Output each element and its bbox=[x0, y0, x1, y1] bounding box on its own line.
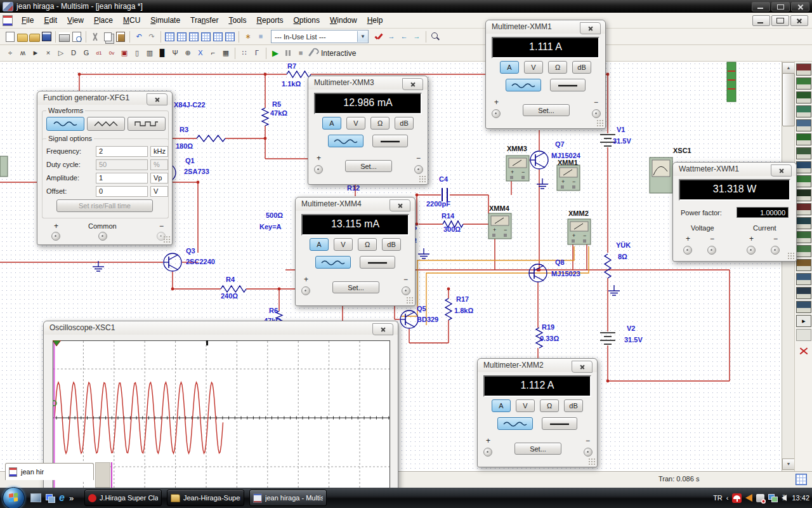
volume-icon[interactable] bbox=[782, 495, 787, 501]
set-button[interactable]: Set... bbox=[523, 104, 570, 116]
multimeter-window-xmm4[interactable]: Multimeter-XMM413.115 mAAVΩdB+−Set... bbox=[295, 197, 416, 306]
mode-a-button[interactable]: A bbox=[310, 238, 329, 251]
multimeter-window-xmm1[interactable]: Multimeter-XMM11.111 AAVΩdB+−Set... bbox=[485, 20, 606, 129]
place-connector-icon[interactable]: ⌐ bbox=[207, 48, 219, 58]
minus-terminal[interactable] bbox=[584, 448, 593, 457]
quicklaunch-overflow[interactable]: » bbox=[69, 493, 74, 503]
frequency-counter-icon[interactable] bbox=[796, 147, 811, 159]
plus-terminal[interactable] bbox=[483, 448, 492, 457]
place-basic-icon[interactable]: ʍ bbox=[17, 48, 29, 58]
transfer-back-icon[interactable]: ← bbox=[398, 31, 410, 42]
close-icon[interactable] bbox=[580, 22, 601, 34]
spreadsheet-icon[interactable] bbox=[796, 474, 807, 485]
multimeter-icon[interactable] bbox=[796, 64, 811, 76]
minus-terminal[interactable] bbox=[402, 286, 410, 295]
set-button[interactable]: Set... bbox=[345, 160, 392, 172]
ac-mode-button[interactable] bbox=[315, 256, 351, 269]
mode-db-button[interactable]: dB bbox=[395, 117, 414, 130]
place-ni-icon[interactable]: X bbox=[195, 48, 206, 58]
transfer-forward-icon[interactable]: → bbox=[386, 31, 397, 42]
taskbar-button-2[interactable]: Jean-Hiraga-Super-... bbox=[167, 490, 244, 506]
cut-icon[interactable] bbox=[89, 31, 101, 42]
print-icon[interactable] bbox=[59, 34, 70, 42]
common-terminal[interactable] bbox=[98, 232, 107, 241]
print-preview-icon[interactable] bbox=[72, 32, 81, 42]
graph-view-icon[interactable] bbox=[201, 32, 211, 41]
close-icon[interactable] bbox=[572, 361, 593, 373]
field-unit[interactable]: Vp bbox=[150, 173, 168, 184]
place-rf-icon[interactable]: Ψ bbox=[169, 48, 181, 58]
function-generator-window[interactable]: Function generator-XFG1 Waveforms Signal… bbox=[37, 91, 173, 245]
place-cmos-icon[interactable]: G bbox=[81, 48, 92, 58]
bode-plotter-icon[interactable] bbox=[796, 133, 811, 145]
menu-window[interactable]: Window bbox=[325, 14, 362, 27]
start-button[interactable] bbox=[3, 487, 25, 508]
sine-wave-button[interactable] bbox=[46, 117, 84, 131]
find-icon[interactable] bbox=[429, 31, 441, 42]
restore-button[interactable] bbox=[771, 2, 790, 11]
dc-mode-button[interactable] bbox=[542, 417, 577, 430]
function-generator-icon[interactable] bbox=[796, 77, 811, 90]
current-minus-terminal[interactable] bbox=[771, 246, 780, 255]
mode-db-button[interactable]: dB bbox=[382, 238, 401, 251]
ac-mode-button[interactable] bbox=[497, 417, 533, 430]
network-analyzer-icon[interactable] bbox=[796, 245, 811, 257]
field-value[interactable]: 2 bbox=[96, 146, 148, 157]
place-ttl-icon[interactable]: D bbox=[68, 48, 79, 58]
place-diode-icon[interactable]: ► bbox=[30, 48, 41, 58]
power-plug-icon[interactable] bbox=[756, 494, 764, 502]
pause-icon[interactable] bbox=[282, 48, 294, 58]
agilent-oscilloscope-icon[interactable] bbox=[796, 287, 811, 299]
field-unit[interactable]: kHz bbox=[150, 146, 168, 157]
place-misc-digital-icon[interactable]: d1 bbox=[93, 48, 105, 58]
internet-explorer-icon[interactable]: e bbox=[59, 492, 65, 504]
place-electromechanical-icon[interactable]: ⊕ bbox=[182, 48, 193, 58]
plus-terminal[interactable] bbox=[301, 286, 310, 295]
menu-view[interactable]: View bbox=[62, 14, 89, 27]
taskbar-button-1[interactable]: J.Hiraga Super Class... bbox=[84, 490, 162, 506]
copy-icon[interactable] bbox=[104, 32, 112, 41]
run-icon[interactable]: ▶ bbox=[270, 48, 281, 58]
resize-grip[interactable] bbox=[406, 297, 414, 304]
field-unit[interactable]: % bbox=[150, 159, 168, 170]
network-icon[interactable] bbox=[768, 494, 778, 502]
place-transistor-icon[interactable]: × bbox=[43, 48, 54, 58]
place-source-icon[interactable]: ÷ bbox=[4, 48, 16, 58]
minus-terminal[interactable] bbox=[592, 109, 601, 118]
resize-grip[interactable] bbox=[163, 236, 171, 243]
tray-chevron[interactable]: ‹ bbox=[726, 494, 729, 502]
mdi-minimize-button[interactable] bbox=[752, 15, 770, 26]
scroll-up-icon[interactable]: ▲ bbox=[782, 62, 795, 74]
transfer-forward2-icon[interactable]: → bbox=[411, 31, 422, 42]
plus-terminal[interactable] bbox=[492, 109, 501, 118]
place-bus-icon[interactable]: Γ bbox=[251, 48, 263, 58]
agilent-multimeter-icon[interactable] bbox=[796, 273, 811, 285]
hierarchy-block-icon[interactable]: ∷ bbox=[239, 48, 250, 58]
chevron-down-icon[interactable]: ▼ bbox=[357, 31, 368, 42]
triangle-wave-button[interactable] bbox=[87, 117, 125, 131]
close-icon[interactable] bbox=[771, 164, 792, 177]
place-misc-icon[interactable]: ▥ bbox=[144, 48, 155, 58]
dc-mode-button[interactable] bbox=[360, 256, 395, 269]
tab-scroll-channel[interactable] bbox=[95, 462, 110, 488]
voltage-minus-terminal[interactable] bbox=[707, 246, 716, 255]
mode-db-button[interactable]: dB bbox=[564, 399, 583, 412]
menu-place[interactable]: Place bbox=[89, 14, 118, 27]
mode-ω-button[interactable]: Ω bbox=[370, 117, 390, 130]
sound-horn-icon[interactable] bbox=[745, 494, 752, 502]
database-manager-icon[interactable] bbox=[189, 32, 199, 41]
spectrum-analyzer-icon[interactable] bbox=[796, 231, 811, 243]
menu-transfer[interactable]: Transfer bbox=[185, 14, 223, 27]
place-indicator-icon[interactable]: ▣ bbox=[119, 48, 130, 58]
word-generator-icon[interactable] bbox=[796, 161, 811, 173]
resize-grip[interactable] bbox=[596, 119, 604, 127]
distortion-analyzer-icon[interactable] bbox=[796, 217, 811, 229]
place-mcu-icon[interactable]: ▦ bbox=[220, 48, 232, 58]
mdi-restore-button[interactable] bbox=[771, 15, 789, 26]
show-desktop-icon[interactable] bbox=[30, 493, 41, 502]
mode-db-button[interactable]: dB bbox=[572, 61, 591, 74]
language-indicator[interactable]: TR bbox=[713, 494, 723, 502]
plus-terminal[interactable] bbox=[314, 165, 323, 174]
logic-converter-icon[interactable] bbox=[796, 189, 811, 201]
four-channel-oscilloscope-icon[interactable] bbox=[796, 119, 811, 131]
